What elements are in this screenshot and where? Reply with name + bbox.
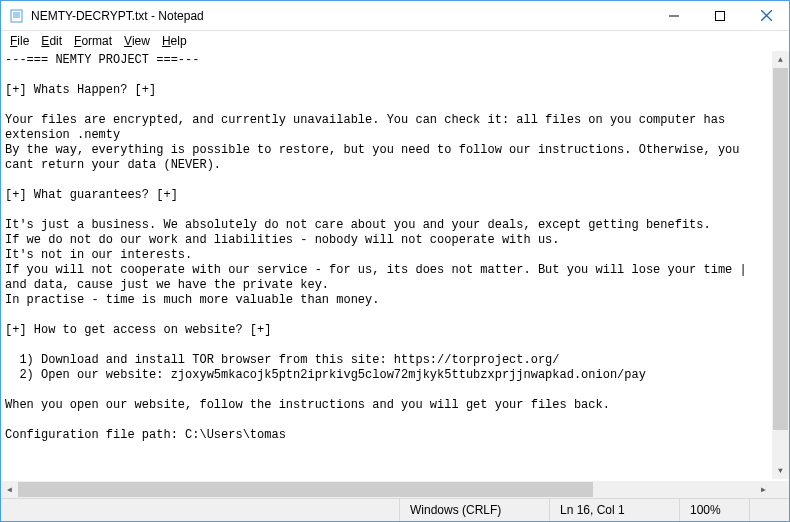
app-icon (9, 8, 25, 24)
menu-edit[interactable]: Edit (36, 33, 67, 49)
status-cursor: Ln 16, Col 1 (549, 499, 679, 521)
document-text[interactable]: ---=== NEMTY PROJECT ===--- [+] Whats Ha… (5, 53, 770, 479)
scrollbar-corner (772, 481, 789, 498)
svg-rect-5 (716, 11, 725, 20)
menu-help[interactable]: Help (157, 33, 192, 49)
scroll-thumb-v[interactable] (773, 68, 788, 430)
menu-file[interactable]: File (5, 33, 34, 49)
notepad-window: NEMTY-DECRYPT.txt - Notepad File Edit Fo… (0, 0, 790, 522)
scroll-up-icon[interactable]: ▲ (772, 51, 789, 68)
scroll-track-v[interactable] (772, 68, 789, 462)
menu-format[interactable]: Format (69, 33, 117, 49)
editor-area[interactable]: ---=== NEMTY PROJECT ===--- [+] Whats Ha… (1, 51, 789, 498)
menubar: File Edit Format View Help (1, 31, 789, 51)
status-zoom: 100% (679, 499, 749, 521)
close-button[interactable] (743, 1, 789, 30)
window-controls (651, 1, 789, 30)
statusbar: Windows (CRLF) Ln 16, Col 1 100% (1, 498, 789, 521)
status-encoding: Windows (CRLF) (399, 499, 549, 521)
scroll-left-icon[interactable]: ◀ (1, 481, 18, 498)
scroll-down-icon[interactable]: ▼ (772, 462, 789, 479)
window-title: NEMTY-DECRYPT.txt - Notepad (31, 9, 204, 23)
vertical-scrollbar[interactable]: ▲ ▼ (772, 51, 789, 479)
svg-rect-0 (11, 10, 22, 22)
scroll-right-icon[interactable]: ▶ (755, 481, 772, 498)
horizontal-scrollbar[interactable]: ◀ ▶ (1, 481, 772, 498)
scroll-track-h[interactable] (18, 481, 755, 498)
scroll-thumb-h[interactable] (18, 482, 593, 497)
maximize-button[interactable] (697, 1, 743, 30)
titlebar[interactable]: NEMTY-DECRYPT.txt - Notepad (1, 1, 789, 31)
menu-view[interactable]: View (119, 33, 155, 49)
status-extra (749, 499, 789, 521)
minimize-button[interactable] (651, 1, 697, 30)
